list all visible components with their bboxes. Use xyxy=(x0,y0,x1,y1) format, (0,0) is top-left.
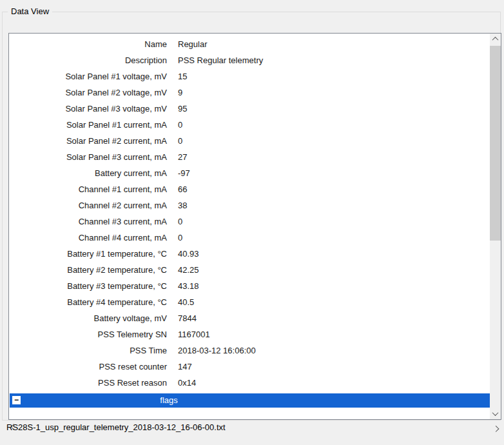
row-value: 0 xyxy=(178,117,182,133)
row-value: 66 xyxy=(178,181,187,197)
row-value: 1167001 xyxy=(178,326,210,342)
table-row[interactable]: Solar Panel #1 current, mA0 xyxy=(9,117,490,133)
data-view-groupbox: NameRegularDescriptionPSS Regular teleme… xyxy=(2,12,501,420)
status-file-name: RS28S-1_usp_regular_telemetry_2018-03-12… xyxy=(6,422,226,432)
row-value: 147 xyxy=(178,359,192,375)
row-value: -97 xyxy=(178,165,190,181)
row-label: Description xyxy=(9,52,167,68)
table-row[interactable]: Battery #1 temperature, °C40.93 xyxy=(9,246,490,262)
row-value: 15 xyxy=(178,68,187,84)
table-row[interactable]: Battery current, mA-97 xyxy=(9,165,490,181)
row-label: Solar Panel #2 voltage, mV xyxy=(9,84,167,101)
row-label: Solar Panel #3 current, mA xyxy=(9,149,167,165)
chevron-up-icon xyxy=(492,37,499,43)
table-row[interactable]: DescriptionPSS Regular telemetry xyxy=(9,52,490,68)
table-row[interactable]: PSS reset counter147 xyxy=(9,359,490,375)
table-row[interactable]: Solar Panel #3 current, mA27 xyxy=(9,149,490,165)
table-row[interactable]: NameRegular xyxy=(9,36,490,52)
status-bar: RS28S-1_usp_regular_telemetry_2018-03-12… xyxy=(6,422,499,435)
row-value: 9 xyxy=(178,84,182,101)
row-value: 40.5 xyxy=(178,294,194,310)
flags-group-label: flags xyxy=(10,393,328,408)
row-label: PSS reset counter xyxy=(9,359,167,375)
collapse-expander-icon[interactable]: − xyxy=(12,396,21,404)
row-label: Battery voltage, mV xyxy=(9,310,167,326)
row-label: PSS Telemetry SN xyxy=(9,326,167,342)
scroll-down-button[interactable] xyxy=(490,408,501,419)
chevron-down-icon xyxy=(492,410,499,416)
row-value: 7844 xyxy=(178,310,197,326)
row-value: 40.93 xyxy=(178,246,199,262)
row-label: Solar Panel #1 current, mA xyxy=(9,117,167,133)
table-row[interactable]: Channel #4 current, mA0 xyxy=(9,230,490,246)
telemetry-grid: NameRegularDescriptionPSS Regular teleme… xyxy=(9,34,490,419)
table-row[interactable]: PSS Telemetry SN1167001 xyxy=(9,326,490,342)
table-row[interactable]: PSS Reset reason0x14 xyxy=(9,375,490,391)
row-value: 38 xyxy=(178,197,187,213)
row-value: PSS Regular telemetry xyxy=(178,52,263,68)
scroll-up-button[interactable] xyxy=(490,34,501,44)
table-row[interactable]: PSS Time2018-03-12 16:06:00 xyxy=(9,342,490,359)
row-value: 2018-03-12 16:06:00 xyxy=(178,342,256,359)
row-label: Solar Panel #3 voltage, mV xyxy=(9,101,167,117)
row-value: 42.25 xyxy=(178,262,199,278)
table-row[interactable]: Channel #3 current, mA0 xyxy=(9,213,490,230)
row-value: 0 xyxy=(178,230,182,246)
flags-group-row[interactable]: − flags xyxy=(10,393,490,408)
row-label: Channel #3 current, mA xyxy=(9,213,167,230)
table-row[interactable]: Channel #1 current, mA66 xyxy=(9,181,490,197)
table-row[interactable]: Battery #2 temperature, °C42.25 xyxy=(9,262,490,278)
row-label: Solar Panel #2 current, mA xyxy=(9,133,167,149)
data-view-panel: NameRegularDescriptionPSS Regular teleme… xyxy=(8,33,501,420)
table-row[interactable]: Solar Panel #1 voltage, mV15 xyxy=(9,68,490,84)
row-label: Channel #4 current, mA xyxy=(9,230,167,246)
row-value: 0 xyxy=(178,133,182,149)
table-row[interactable]: Solar Panel #2 voltage, mV9 xyxy=(9,84,490,101)
row-value: 27 xyxy=(178,149,187,165)
row-value: 43.18 xyxy=(178,278,199,294)
table-row[interactable]: Solar Panel #2 current, mA0 xyxy=(9,133,490,149)
table-row[interactable]: Battery voltage, mV7844 xyxy=(9,310,490,326)
row-label: Battery #2 temperature, °C xyxy=(9,262,167,278)
vertical-scrollbar[interactable] xyxy=(490,34,501,419)
vertical-scrollbar-thumb[interactable] xyxy=(490,46,501,241)
row-value: Regular xyxy=(178,36,208,52)
row-value: 0x14 xyxy=(178,375,196,391)
row-label: Name xyxy=(9,36,167,52)
row-label: PSS Reset reason xyxy=(9,375,167,391)
table-row[interactable]: Battery #4 temperature, °C40.5 xyxy=(9,294,490,310)
row-label: Battery #4 temperature, °C xyxy=(9,294,167,310)
row-value: 95 xyxy=(178,101,187,117)
table-row[interactable]: Channel #2 current, mA38 xyxy=(9,197,490,213)
row-label: PSS Time xyxy=(9,342,167,359)
row-label: Battery #3 temperature, °C xyxy=(9,278,167,294)
row-label: Solar Panel #1 voltage, mV xyxy=(9,68,167,84)
row-label: Battery #1 temperature, °C xyxy=(9,246,167,262)
row-value: 0 xyxy=(178,213,182,230)
table-row[interactable]: Solar Panel #3 voltage, mV95 xyxy=(9,101,490,117)
group-title: Data View xyxy=(8,6,52,16)
row-label: Battery current, mA xyxy=(9,165,167,181)
row-label: Channel #1 current, mA xyxy=(9,181,167,197)
row-label: Channel #2 current, mA xyxy=(9,197,167,213)
table-row[interactable]: Battery #3 temperature, °C43.18 xyxy=(9,278,490,294)
